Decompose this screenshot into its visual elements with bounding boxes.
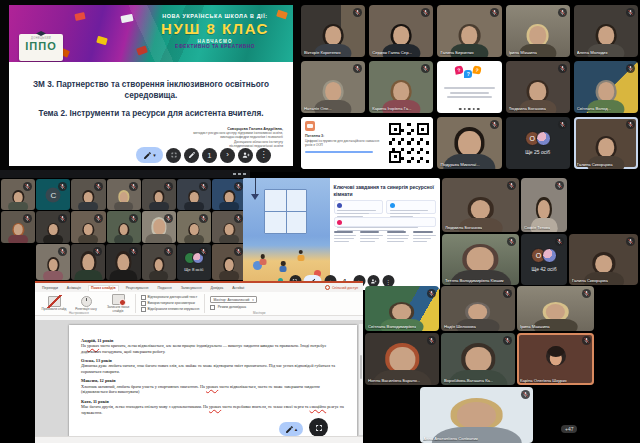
video-tile[interactable]	[107, 179, 141, 210]
video-tile[interactable]: ???	[437, 61, 501, 113]
participant-video	[219, 223, 239, 243]
open-in-full-button[interactable]	[166, 148, 181, 163]
ribbon-button[interactable]: Приховати слайд	[39, 296, 69, 312]
participant-video	[184, 223, 204, 243]
video-tile[interactable]: Тетяна Володимирівна Ківшик	[442, 234, 519, 285]
video-tile[interactable]	[107, 211, 141, 243]
participant-name: Ірина Макшина	[520, 324, 550, 329]
participant-name: Нонна Василівна Барано...	[368, 378, 420, 383]
video-tile[interactable]: Софія Тетова	[521, 178, 567, 232]
mic-off-icon	[582, 289, 591, 298]
video-tile[interactable]	[177, 211, 211, 243]
next-slide-button[interactable]: ›	[220, 148, 235, 163]
chevron-down-icon: ▾	[252, 298, 254, 302]
ribbon-tab[interactable]: Записування	[179, 285, 204, 290]
video-tile[interactable]	[177, 179, 211, 210]
video-tile[interactable]	[212, 211, 246, 243]
student-notes: Андрій, 11 роківНа уроках часто кричить,…	[69, 325, 357, 415]
more-participants-label: Ще 25 осіб	[525, 149, 550, 155]
video-tile[interactable]	[71, 179, 105, 210]
video-tile[interactable]: Наталія Оле...	[301, 61, 365, 113]
participant-name: Каріна Олегівна Шкурко	[520, 378, 567, 383]
ribbon-tab[interactable]: Показ слайдів	[88, 285, 119, 291]
video-tile[interactable]: Надія Шелохова	[441, 286, 515, 331]
video-tile[interactable]: Карина Ігорівна Га...	[369, 61, 433, 113]
participant-name: Галина Скворцова	[577, 162, 613, 167]
video-tile-slot: Ірина Макшина	[517, 286, 594, 331]
video-tile[interactable]: Вікторія Коротенко	[301, 5, 365, 57]
video-tile[interactable]: Людмила Богачова	[506, 61, 570, 113]
ribbon-tab[interactable]: Переходи	[40, 285, 60, 290]
book-decor	[120, 14, 133, 23]
monitor-select[interactable]: Монітор: Автоматичний ▾	[210, 296, 256, 303]
ribbon-checkbox[interactable]: Відтворювати дикторський текст	[141, 295, 199, 300]
participant-video	[149, 190, 169, 210]
video-tile[interactable]: Людмила Богачова	[442, 178, 519, 232]
video-tile[interactable]: ОЩе 42 осіб	[521, 234, 567, 285]
video-tile[interactable]: Воробйова-Ваташна Ка...	[441, 333, 515, 385]
video-tile[interactable]	[212, 244, 246, 280]
video-tile[interactable]: Алла Анатоліївна Соліваник	[420, 387, 533, 443]
annotate-button[interactable]	[184, 148, 199, 163]
video-tile[interactable]: С	[36, 179, 70, 210]
ribbon-button[interactable]: Записати показ слайдів	[103, 294, 133, 313]
video-tile[interactable]: Сердюк Ганна Сер...	[369, 5, 433, 57]
video-tile[interactable]: Галина Бирченко	[437, 5, 501, 57]
mic-off-icon	[507, 181, 516, 190]
video-tile[interactable]	[1, 211, 35, 243]
ribbon-checkbox[interactable]: Використовувати хронометраж	[141, 301, 199, 306]
video-tile[interactable]	[71, 211, 105, 243]
video-tile[interactable]: Ірина Мікшина	[506, 5, 570, 57]
video-tile[interactable]: ОЩе 25 осіб	[506, 117, 570, 169]
video-tile[interactable]: Ірина Макшина	[517, 286, 594, 331]
video-tile[interactable]: Ще 8 осіб	[177, 244, 211, 280]
video-tile[interactable]	[1, 179, 35, 210]
pen-tool-button[interactable]: ▾	[136, 147, 163, 163]
presenter-mode-checkbox[interactable]: Режим доповідача	[210, 305, 256, 310]
video-tile[interactable]	[142, 244, 176, 280]
mic-off-icon	[129, 247, 138, 256]
video-tile[interactable]: Галина Скворцова	[569, 234, 638, 285]
video-tile[interactable]: Подурєва Миколаї...	[437, 117, 501, 169]
topic-title: Тема 2. Інструменти та ресурси для асист…	[27, 109, 275, 118]
video-tile[interactable]	[71, 244, 105, 280]
video-tile[interactable]	[142, 211, 176, 243]
video-tile[interactable]: Алена Молодих	[574, 5, 638, 57]
video-tile[interactable]: Питання 3:Цифрові інструменти для дистан…	[301, 117, 433, 169]
video-tile[interactable]: Світлана Володимирівна	[365, 286, 439, 331]
ribbon-checkbox[interactable]: Відображати елементи керування	[141, 307, 199, 312]
speech-bubble-icon: ?	[473, 65, 482, 74]
child-figure	[297, 250, 305, 261]
video-tile[interactable]	[106, 244, 140, 280]
video-tile[interactable]: Каріна Олегівна Шкурко	[517, 333, 594, 385]
ribbon-tab[interactable]: Довідка	[209, 285, 226, 290]
participant-name: Ірина Мікшина	[509, 50, 537, 55]
student-description: Має багато друзів, легко знаходить спіль…	[81, 404, 345, 415]
chevron-up-icon: ▴	[295, 426, 298, 432]
add-person-button[interactable]	[238, 148, 253, 163]
ribbon-button[interactable]: Репетиція часу	[71, 296, 101, 312]
video-grid-row: С	[1, 179, 250, 210]
video-tile[interactable]	[36, 244, 70, 280]
more-options-button[interactable]: ⋮	[256, 148, 271, 163]
ribbon-tab[interactable]: Acrobat	[230, 285, 246, 290]
ribbon-tab[interactable]: Подання	[156, 285, 174, 290]
mic-off-icon	[234, 182, 243, 191]
mic-off-icon	[558, 8, 567, 17]
ribbon-group-label: Монітори	[253, 311, 265, 315]
video-tile[interactable]	[142, 179, 176, 210]
ribbon-tab[interactable]: Рецензування	[124, 285, 151, 290]
mic-off-icon	[521, 390, 530, 399]
video-tile[interactable]: Галина Скворцова	[574, 117, 638, 169]
scrollbar[interactable]	[359, 324, 363, 435]
pen-tool-button[interactable]: ▴	[279, 422, 303, 436]
video-tile-slot: Алла Анатоліївна Соліваник	[420, 387, 533, 443]
speech-bubble-icon: ?	[455, 65, 464, 74]
video-tile[interactable]: Світлана Волод...	[574, 61, 638, 113]
video-tile[interactable]: Нонна Василівна Барано...	[365, 333, 439, 385]
video-tile[interactable]	[212, 179, 246, 210]
open-in-full-button[interactable]	[309, 418, 328, 437]
video-tile[interactable]	[36, 211, 70, 243]
share-button[interactable]: Спільний доступ	[325, 285, 358, 290]
ribbon-tab[interactable]: Анімація	[65, 285, 83, 290]
